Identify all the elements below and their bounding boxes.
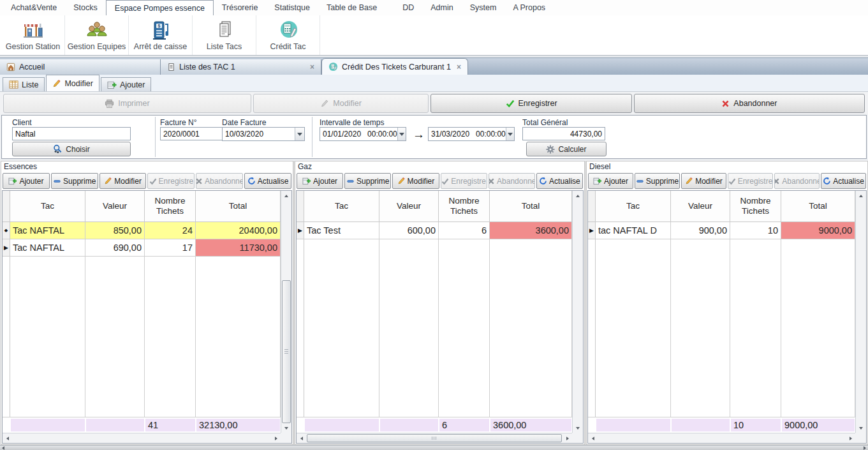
column-header[interactable]: Tac <box>596 191 671 222</box>
h-scrollbar[interactable] <box>3 433 281 443</box>
menu-item-statistique[interactable]: Statistque <box>266 0 318 15</box>
calculer-button[interactable]: Calculer <box>526 142 607 156</box>
imprimer-button[interactable]: Imprimer <box>3 94 251 113</box>
row-selector[interactable]: ▶ <box>297 222 304 239</box>
tab-accueil[interactable]: Accueil <box>0 59 161 75</box>
enregistre-button[interactable]: Enregistre <box>728 173 773 189</box>
total-general-input[interactable] <box>522 127 605 140</box>
row-selector[interactable]: ▶ <box>588 222 596 239</box>
cell-total[interactable]: 11730,00 <box>196 239 281 257</box>
actualise-button[interactable]: Actualise <box>821 173 866 189</box>
h-scrollbar[interactable] <box>297 433 572 443</box>
interval-to-select[interactable]: 31/03/2020 00:00:00 <box>428 127 515 141</box>
v-scrollbar[interactable] <box>572 191 583 433</box>
scroll-up-icon[interactable] <box>856 191 866 200</box>
scroll-thumb[interactable] <box>307 434 562 442</box>
column-header[interactable]: Nombre Tichets <box>145 191 196 222</box>
table-row[interactable]: ◆ Tac NAFTAL 850,00 24 20400,00 <box>3 222 281 239</box>
modifie-button[interactable]: Modifier <box>392 173 439 189</box>
cell-valeur[interactable]: 690,00 <box>85 239 145 257</box>
v-scrollbar[interactable] <box>281 191 291 433</box>
scroll-up-icon[interactable] <box>573 191 583 200</box>
liste-tacs-button[interactable]: Liste Tacs <box>193 15 256 55</box>
column-header[interactable]: Valeur <box>85 191 145 222</box>
column-header[interactable]: Valeur <box>379 191 439 222</box>
menu-item-tresorerie[interactable]: Trésorerie <box>214 0 267 15</box>
actualise-button[interactable]: Actualise <box>536 173 583 189</box>
scroll-right-icon[interactable] <box>846 433 855 443</box>
chevron-down-icon[interactable] <box>506 128 514 140</box>
cell-valeur[interactable]: 600,00 <box>379 222 439 239</box>
menu-item-system[interactable]: System <box>462 0 505 15</box>
cell-total[interactable]: 20400,00 <box>196 222 281 239</box>
interval-from-select[interactable]: 01/01/2020 00:00:00 <box>320 127 406 141</box>
gestion-equipes-button[interactable]: Gestion Equipes <box>65 15 129 55</box>
cell-total[interactable]: 3600,00 <box>490 222 572 239</box>
table-row[interactable]: ▶ tac NAFTAL D 900,00 10 9000,00 <box>588 222 855 239</box>
table-row[interactable]: ▶ Tac NAFTAL 690,00 17 11730,00 <box>3 239 281 257</box>
scroll-right-icon[interactable] <box>864 446 866 450</box>
h-scrollbar[interactable] <box>588 433 855 443</box>
chevron-down-icon[interactable] <box>295 128 304 140</box>
abandonner-button[interactable]: Abandonner <box>634 94 865 113</box>
table-row[interactable]: ▶ Tac Test 600,00 6 3600,00 <box>297 222 572 239</box>
menu-item-table-de-base[interactable]: Table de Base <box>318 0 385 15</box>
modifier-button[interactable]: Modifier <box>253 94 429 113</box>
cell-tac[interactable]: Tac NAFTAL <box>10 222 85 239</box>
credit-tac-button[interactable]: Crédit Tac <box>256 15 320 55</box>
cell-tickets[interactable]: 10 <box>730 222 781 239</box>
subtab-liste[interactable]: Liste <box>3 77 45 91</box>
choisir-button[interactable]: Choisir <box>12 142 131 156</box>
subtab-ajouter[interactable]: Ajouter <box>101 77 152 91</box>
supprime-button[interactable]: Supprime <box>51 173 98 189</box>
ajouter-button[interactable]: Ajouter <box>3 173 50 189</box>
cell-tac[interactable]: tac NAFTAL D <box>596 222 671 239</box>
cell-valeur[interactable]: 900,00 <box>671 222 730 239</box>
cell-tickets[interactable]: 17 <box>145 239 196 257</box>
menu-item-espace-pompes[interactable]: Espace Pompes essence <box>106 0 214 15</box>
scroll-down-icon[interactable] <box>573 423 583 433</box>
menu-item-stocks[interactable]: Stocks <box>65 0 106 15</box>
modifie-button[interactable]: Modifier <box>681 173 726 189</box>
scroll-left-icon[interactable] <box>297 433 306 443</box>
v-scrollbar[interactable] <box>855 191 866 433</box>
column-header[interactable]: Valeur <box>671 191 730 222</box>
actualise-button[interactable]: Actualise <box>244 173 291 189</box>
cell-total[interactable]: 9000,00 <box>781 222 855 239</box>
scroll-thumb[interactable] <box>282 280 291 423</box>
column-header[interactable]: Tac <box>10 191 85 222</box>
column-header[interactable]: Tac <box>304 191 379 222</box>
tab-credit-des-tickets[interactable]: Crédit Des Tickets Carburant 1 × <box>321 58 468 75</box>
supprime-button[interactable]: Supprime <box>344 173 391 189</box>
abandonne-button[interactable]: Abandonne <box>489 173 535 189</box>
column-header[interactable]: Nombre Tichets <box>730 191 781 222</box>
menu-item-a-propos[interactable]: A Propos <box>504 0 554 15</box>
tab-liste-des-tac[interactable]: Liste des TAC 1 × <box>161 59 321 75</box>
scroll-left-icon[interactable] <box>3 433 12 443</box>
abandonne-button[interactable]: Abandonne <box>774 173 820 189</box>
menu-item-admin[interactable]: Admin <box>422 0 461 15</box>
window-h-scrollbar[interactable] <box>0 445 868 450</box>
scroll-right-icon[interactable] <box>271 433 281 443</box>
arret-de-caisse-button[interactable]: $ Arrêt de caisse <box>129 15 193 55</box>
enregistre-button[interactable]: Enregistre <box>441 173 487 189</box>
cell-tickets[interactable]: 6 <box>439 222 490 239</box>
menu-item-dd[interactable]: DD <box>394 0 422 15</box>
scroll-left-icon[interactable] <box>588 433 598 443</box>
cell-valeur[interactable]: 850,00 <box>85 222 145 239</box>
scroll-down-icon[interactable] <box>856 423 866 433</box>
client-input[interactable] <box>12 127 131 140</box>
enregistre-button[interactable]: Enregistre <box>147 173 195 189</box>
close-icon[interactable]: × <box>457 63 461 71</box>
row-selector[interactable]: ▶ <box>3 239 10 257</box>
cell-tickets[interactable]: 24 <box>145 222 196 239</box>
scroll-right-icon[interactable] <box>563 433 572 443</box>
cell-tac[interactable]: Tac NAFTAL <box>10 239 85 257</box>
ajouter-button[interactable]: Ajouter <box>588 173 633 189</box>
cell-tac[interactable]: Tac Test <box>304 222 379 239</box>
scroll-down-icon[interactable] <box>281 423 291 433</box>
scroll-up-icon[interactable] <box>281 191 291 200</box>
row-selector[interactable]: ◆ <box>3 222 10 239</box>
column-header[interactable]: Total <box>781 191 855 222</box>
column-header[interactable]: Total <box>196 191 281 222</box>
